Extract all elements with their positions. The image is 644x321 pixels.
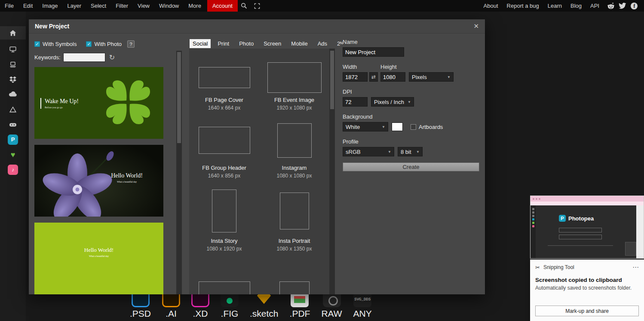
menu-item-filter[interactable]: Filter [111,0,133,12]
link-about[interactable]: About [479,0,503,12]
template-previews: Wake Me Up! Before you go go [34,67,163,294]
background-row: White ▼ Artboards [343,122,479,131]
thumb-ui-box [559,235,602,239]
link-api[interactable]: API [586,0,604,12]
menu-item-window[interactable]: Window [154,0,184,12]
with-symbols-checkbox[interactable] [34,41,40,47]
with-photo-checkbox[interactable] [86,41,92,47]
thumb-small-panel [625,242,636,256]
tab-mobile[interactable]: Mobile [288,39,310,48]
close-icon[interactable]: ✕ [473,22,479,30]
menu-item-layer[interactable]: Layer [63,0,86,12]
markup-share-button[interactable]: Mark-up and share [535,306,639,316]
menu-item-view[interactable]: View [133,0,154,12]
swap-dimensions-icon[interactable]: ⇄ [369,72,378,82]
scrollbar-thumb[interactable] [330,51,334,109]
tab-print[interactable]: Print [215,39,232,48]
twitter-icon[interactable] [619,3,626,9]
width-input[interactable] [343,72,368,82]
sidebar-item-games[interactable] [0,119,26,130]
keywords-input[interactable] [63,53,105,62]
name-input[interactable] [343,47,404,57]
social-links: f [604,2,644,10]
green-heart-icon: ♥ [11,151,15,159]
profile-value: sRGB [346,149,361,155]
link-blog[interactable]: Blog [566,0,586,12]
tab-social[interactable]: Social [190,39,211,48]
sidebar-item-dropbox[interactable] [0,74,26,85]
clover-symbol [104,78,152,126]
thumb-ui-box [559,228,602,232]
snip-screenshot-thumbnail[interactable]: P Photopea [530,196,644,259]
menu-item-select[interactable]: Select [86,0,111,12]
template-cell-insta-portrait[interactable]: Insta Portrait 1080 x 1350 px [259,185,329,258]
sidebar-item-pink-app[interactable]: ♪ [0,164,26,175]
template-cell-instagram[interactable]: Instagram 1080 x 1080 px [259,117,329,185]
sidebar-item-open-local[interactable] [0,59,26,70]
format-label: .sketch [250,309,279,319]
tab-screen[interactable]: Screen [261,39,284,48]
template-cell-partial[interactable] [189,258,259,294]
sidebar-item-green-app[interactable]: ♥ [0,149,26,160]
new-project-form: Name Width Height ⇄ Pixels ▼ DPI Pixels … [343,39,479,171]
background-color-swatch[interactable] [392,122,403,131]
artboards-checkbox[interactable] [411,124,416,130]
fullscreen-icon[interactable] [251,0,264,12]
height-label: Height [380,64,397,70]
background-select[interactable]: White ▼ [343,122,388,131]
units-select[interactable]: Pixels ▼ [409,72,454,82]
template-cell-fb-event-image[interactable]: FB Event Image 1920 x 1080 px [259,59,329,117]
template-cell-fb-page-cover[interactable]: FB Page Cover 1640 x 664 px [189,59,259,117]
facebook-icon[interactable]: f [630,2,638,10]
reddit-icon[interactable] [607,2,615,10]
preview-title: Hello World! [34,247,163,254]
search-icon[interactable] [238,0,251,12]
menu-item-file[interactable]: File [0,0,18,12]
tab-photo[interactable]: Photo [236,39,257,48]
template-thumbnail [267,62,322,93]
menu-item-more[interactable]: More [184,0,206,12]
template-name: Insta Story [211,238,237,244]
thumb-bookmarks-bar [531,202,644,205]
sidebar-item-this-device[interactable] [0,44,26,55]
link-report-bug[interactable]: Report a bug [503,0,543,12]
refresh-icon[interactable] [109,54,115,61]
template-cell-fb-group-header[interactable]: FB Group Header 1640 x 856 px [189,117,259,185]
template-preview-flower[interactable]: Hello World! What a beautiful day [34,145,163,217]
link-learn[interactable]: Learn [543,0,566,12]
more-options-icon[interactable]: ⋯ [632,263,639,271]
dpi-units-select[interactable]: Pixels / Inch ▼ [371,97,414,107]
grid-scrollbar[interactable] [329,49,335,294]
sidebar: P ♥ ♪ [0,12,26,321]
tab-ads[interactable]: Ads [315,39,330,48]
scrollbar-thumb[interactable] [177,52,181,143]
sidebar-item-home[interactable] [0,26,26,40]
sidebar-item-onedrive[interactable] [0,89,26,100]
notification-title: Screenshot copied to clipboard [530,273,644,283]
previews-scrollbar[interactable] [176,51,182,294]
sidebar-item-google-drive[interactable] [0,104,26,115]
template-cell-insta-story[interactable]: Insta Story 1080 x 1920 px [189,185,259,258]
template-preview-green[interactable]: Hello World! What a beautiful day [34,223,163,294]
dimension-row: ⇄ Pixels ▼ [343,72,479,82]
dpi-input[interactable] [343,97,368,107]
thumb-browser-bar [531,196,644,202]
account-button[interactable]: Account [207,0,238,12]
template-name: Insta Portrait [279,238,310,244]
menu-item-edit[interactable]: Edit [18,0,37,12]
with-symbols-label: With Symbols [43,41,77,47]
template-cell-partial[interactable] [259,258,329,294]
sidebar-item-photopea-app[interactable]: P [0,134,26,145]
bit-depth-select[interactable]: 8 bit ▼ [398,147,423,156]
new-project-dialog: New Project ✕ With Symbols With Photo ? … [29,19,485,294]
units-value: Pixels [412,74,427,80]
help-button[interactable]: ? [127,40,135,48]
thumb-brand: P Photopea [559,215,594,222]
menu-item-image[interactable]: Image [37,0,62,12]
template-thumbnail [279,281,310,294]
create-button[interactable]: Create [343,162,479,171]
template-preview-wake-me-up[interactable]: Wake Me Up! Before you go go [34,67,163,139]
profile-select[interactable]: sRGB ▼ [343,147,394,156]
height-input[interactable] [380,72,405,82]
format-label: ANY [353,309,372,319]
